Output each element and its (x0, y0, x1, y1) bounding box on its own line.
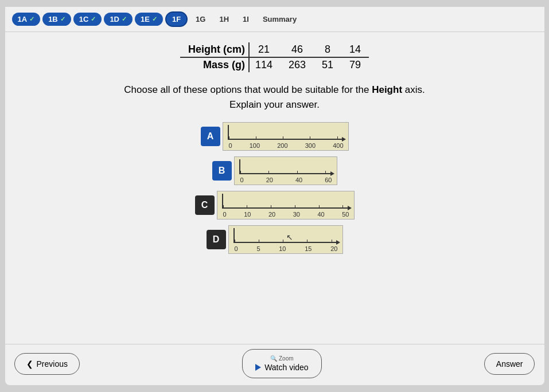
axis-arrow-a (342, 137, 346, 142)
row2-header: Mass (g) (180, 57, 249, 72)
tick-a-2 (283, 136, 283, 140)
axis-arrow-d (336, 240, 340, 245)
nav-label-1g: 1G (196, 15, 205, 23)
nav-item-1g[interactable]: 1G (190, 13, 211, 26)
footer: Previous 🔍 Zoom Watch video Answer (5, 344, 544, 385)
nav-item-1e[interactable]: 1E ✓ (135, 13, 163, 26)
nav-label-summary: Summary (263, 15, 297, 23)
question-text: Choose all of these options that would b… (28, 83, 521, 112)
option-a-label: A (201, 127, 220, 146)
question-line1: Choose all of these options that would b… (124, 84, 425, 95)
option-b-label: B (212, 161, 232, 181)
checkmark-1b: ✓ (60, 15, 65, 23)
previous-button[interactable]: Previous (14, 353, 80, 375)
row1-val1: 21 (249, 42, 281, 57)
nav-item-1a[interactable]: 1A ✓ (12, 13, 41, 26)
tick-c-2 (271, 205, 271, 209)
option-b-row[interactable]: B 0 20 40 60 (212, 156, 337, 185)
option-d-diagram: ↖ 0 5 10 15 20 (228, 225, 343, 254)
tick-c-4 (319, 205, 320, 209)
tick-b-1 (268, 171, 269, 174)
options-container: A 0 100 200 (28, 122, 521, 254)
option-d-label: D (207, 230, 226, 249)
tick-b-3 (325, 171, 326, 174)
nav-label-1h: 1H (219, 15, 229, 23)
nav-item-1c[interactable]: 1C ✓ (73, 13, 102, 26)
play-icon (255, 364, 261, 371)
option-b-diagram: 0 20 40 60 (234, 156, 337, 185)
tick-marks-d (235, 240, 332, 243)
option-c-diagram: 0 10 20 30 40 50 (217, 191, 355, 219)
tick-c-3 (295, 205, 295, 209)
footer-center: 🔍 Zoom Watch video (242, 349, 322, 378)
tick-marks-b (240, 171, 326, 174)
nav-label-1i: 1I (243, 15, 249, 23)
screen: 1A ✓ 1B ✓ 1C ✓ 1D ✓ 1E ✓ 1F 1G 1H 1I (5, 7, 544, 385)
answer-button[interactable]: Answer (484, 353, 535, 375)
row2-val1: 114 (249, 57, 281, 72)
row1-header: Height (cm) (180, 42, 249, 57)
tick-c-5 (342, 205, 343, 209)
option-c-label: C (195, 195, 215, 215)
nav-label-1e: 1E (141, 15, 150, 23)
nav-item-1i[interactable]: 1I (237, 13, 255, 26)
row2-val2: 263 (281, 57, 314, 72)
checkmark-1d: ✓ (122, 15, 127, 23)
tick-a-0 (229, 136, 229, 140)
nav-label-1b: 1B (48, 15, 58, 23)
tick-d-4 (332, 240, 332, 243)
tick-marks-a (229, 136, 338, 140)
watch-video-label: Watch video (264, 363, 309, 372)
row2-val3: 51 (314, 57, 341, 72)
nav-label-1c: 1C (79, 15, 89, 23)
checkmark-1a: ✓ (29, 15, 34, 23)
option-c-row[interactable]: C 0 10 20 (195, 191, 355, 219)
nav-item-1d[interactable]: 1D ✓ (104, 13, 133, 26)
tick-d-0 (235, 240, 235, 243)
tick-d-3 (307, 240, 307, 243)
row2-val4: 79 (341, 57, 369, 72)
nav-label-1f: 1F (172, 15, 181, 23)
tick-b-2 (297, 171, 298, 174)
tick-labels-d: 0 5 10 15 20 (235, 245, 338, 252)
tick-b-0 (240, 171, 241, 174)
row1-val3: 8 (314, 42, 341, 57)
row1-val4: 14 (341, 42, 369, 57)
nav-item-summary[interactable]: Summary (257, 13, 302, 26)
tick-c-1 (247, 205, 247, 209)
nav-label-1d: 1D (110, 15, 119, 23)
option-a-diagram: 0 100 200 300 400 (223, 122, 349, 151)
data-table: Height (cm) 21 46 8 14 Mass (g) 114 263 … (180, 42, 369, 72)
answer-label: Answer (496, 359, 523, 369)
tick-d-1 (259, 240, 259, 243)
tick-marks-c (223, 205, 344, 209)
tick-a-4 (337, 136, 338, 140)
checkmark-1c: ✓ (91, 15, 96, 23)
top-nav: 1A ✓ 1B ✓ 1C ✓ 1D ✓ 1E ✓ 1F 1G 1H 1I (5, 7, 544, 32)
question-line2: Explain your answer. (229, 99, 320, 110)
tick-labels-c: 0 10 20 30 40 50 (223, 211, 349, 218)
tick-labels-b: 0 20 40 60 (240, 177, 332, 183)
tick-d-2 (283, 240, 283, 243)
row1-val2: 46 (281, 42, 314, 57)
main-content: Height (cm) 21 46 8 14 Mass (g) 114 263 … (5, 32, 544, 344)
axis-arrow-b (330, 171, 334, 176)
tick-labels-a: 0 100 200 300 400 (229, 142, 344, 149)
checkmark-1e: ✓ (152, 15, 157, 23)
nav-label-1a: 1A (18, 15, 28, 23)
nav-item-1b[interactable]: 1B ✓ (42, 13, 71, 26)
tick-c-0 (223, 205, 224, 209)
nav-item-1h[interactable]: 1H (213, 13, 235, 26)
tick-a-3 (310, 136, 310, 140)
option-a-row[interactable]: A 0 100 200 (201, 122, 349, 151)
axis-arrow-c (348, 206, 352, 210)
option-d-row[interactable]: D ↖ 0 5 10 (207, 225, 343, 254)
watch-video-inner: Watch video (255, 363, 309, 372)
tick-a-1 (256, 136, 256, 140)
nav-item-1f[interactable]: 1F (165, 11, 188, 27)
watch-video-button[interactable]: 🔍 Zoom Watch video (242, 349, 322, 378)
zoom-label: 🔍 Zoom (270, 355, 293, 362)
chevron-left-icon (26, 359, 33, 369)
previous-label: Previous (37, 359, 68, 369)
